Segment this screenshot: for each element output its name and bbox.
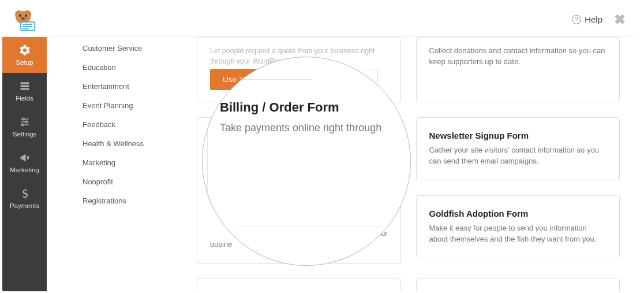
sidebar-label: Setup [16, 59, 33, 66]
category-item[interactable]: Education [47, 58, 179, 77]
template-card-newsletter[interactable]: Newsletter Signup Form Gather your site … [416, 117, 620, 180]
template-card-merchandise[interactable]: Merchandise Order Form Use this template… [416, 279, 620, 291]
sidebar-label: Settings [13, 131, 37, 138]
svg-point-4 [25, 14, 27, 17]
magnified-desc: Take payments online right through [220, 122, 399, 134]
svg-point-3 [19, 14, 21, 17]
svg-rect-11 [20, 85, 29, 87]
sidebar-item-setup[interactable]: Setup [2, 37, 47, 73]
category-item[interactable]: Registrations [47, 191, 179, 210]
sidebar-item-fields[interactable]: Fields [2, 73, 47, 109]
category-item[interactable]: Marketing [47, 153, 179, 172]
category-item[interactable]: Health & Wellness [47, 134, 179, 153]
category-item[interactable]: Nonprofit [47, 172, 179, 191]
wpforms-logo [10, 7, 38, 32]
svg-point-5 [21, 17, 25, 20]
magnified-title: Billing / Order Form [220, 100, 399, 115]
topbar: ? Help ✖ [2, 2, 637, 37]
svg-point-16 [25, 121, 27, 123]
help-link[interactable]: ? Help [572, 14, 602, 24]
svg-rect-12 [20, 88, 29, 90]
help-label: Help [585, 14, 602, 24]
template-card-goldfish[interactable]: Goldfish Adoption Form Make it easy for … [416, 195, 620, 258]
sidebar: Setup Fields Settings Marketing Payments [2, 37, 47, 291]
help-icon: ? [572, 15, 581, 24]
sidebar-item-settings[interactable]: Settings [2, 109, 47, 144]
svg-point-18 [21, 124, 23, 125]
close-icon[interactable]: ✖ [614, 12, 626, 28]
main-content: Let people request a quote from your bus… [179, 37, 637, 291]
sidebar-item-marketing[interactable]: Marketing [2, 144, 47, 180]
category-item[interactable]: Entertainment [47, 77, 179, 96]
sidebar-label: Payments [10, 202, 39, 209]
template-title: Goldfish Adoption Form [429, 209, 607, 218]
sliders-icon [18, 116, 31, 128]
template-desc: Collect donations and contact informatio… [429, 46, 607, 68]
template-card-donations[interactable]: Collect donations and contact informatio… [416, 37, 620, 102]
template-card-purchase-order[interactable]: Purchase Order Request Form Let your emp… [197, 279, 401, 291]
category-item[interactable]: Feedback [47, 115, 179, 134]
svg-rect-10 [20, 82, 29, 84]
sidebar-label: Fields [16, 95, 33, 102]
sidebar-label: Marketing [10, 166, 39, 173]
bullhorn-icon [18, 151, 31, 164]
gear-icon [18, 44, 31, 57]
magnifier-overlay: Billing / Order Form Take payments onlin… [202, 57, 411, 266]
category-item[interactable]: Event Planning [47, 96, 179, 115]
category-item[interactable]: Customer Service [47, 39, 179, 58]
svg-point-14 [22, 118, 24, 120]
sidebar-item-payments[interactable]: Payments [2, 180, 47, 216]
template-desc: Make it easy for people to send you info… [429, 223, 607, 245]
category-list: Customer Service Education Entertainment… [47, 37, 179, 291]
fields-icon [18, 80, 31, 92]
template-desc: Gather your site visitors' contact infor… [429, 145, 607, 167]
template-title: Newsletter Signup Form [429, 131, 607, 140]
dollar-icon [18, 187, 31, 200]
